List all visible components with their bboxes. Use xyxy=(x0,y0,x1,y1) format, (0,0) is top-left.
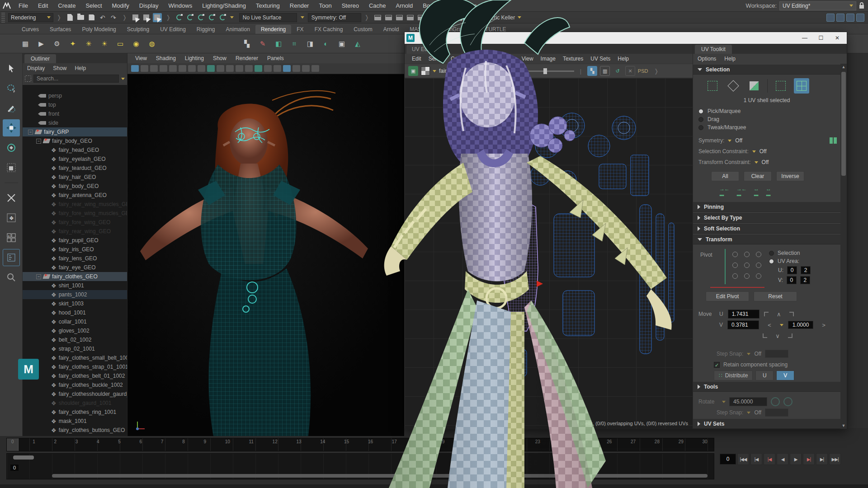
move-v-field[interactable]: 0.3781 xyxy=(727,320,759,329)
toolkit-scrollbar[interactable]: ▲ ▼ xyxy=(840,64,847,429)
viewport-toolbar-icon[interactable] xyxy=(226,65,234,72)
viewport-toolbar-icon[interactable] xyxy=(179,65,186,72)
outliner-row[interactable]: fairy_antenna_GEO xyxy=(23,191,127,200)
point-light-icon[interactable]: ✳ xyxy=(81,37,96,51)
outliner-row[interactable]: collar_1001 xyxy=(23,317,127,326)
move-u-field[interactable]: 1.7431 xyxy=(728,310,760,319)
menu-item[interactable]: Texturing xyxy=(251,0,285,12)
menu-item[interactable]: Windows xyxy=(163,0,197,12)
new-scene-button[interactable] xyxy=(66,13,75,22)
viewport-toolbar-icon[interactable] xyxy=(160,65,167,72)
collapsed-section-header[interactable]: Pinning xyxy=(693,202,840,212)
viewport-toolbar-icon[interactable] xyxy=(131,65,139,72)
section-divider[interactable]: ❭ xyxy=(122,14,127,21)
outliner-row[interactable]: persp xyxy=(23,91,127,100)
menu-item[interactable]: Arnold xyxy=(391,0,418,12)
range-slider[interactable]: 0 xyxy=(6,453,714,479)
move-down-icon[interactable]: ∨ xyxy=(772,333,783,339)
move-tool-button[interactable] xyxy=(3,119,20,136)
outliner-row[interactable]: fairy_eyelash_GEO xyxy=(23,155,127,164)
uv-toolkit-menu-item[interactable]: Help xyxy=(724,56,736,62)
outliner-row[interactable]: fairy_clothes_ring_1001 xyxy=(23,408,127,417)
viewport-menu-item[interactable]: Lighting xyxy=(181,55,208,61)
go-to-end-button[interactable]: ▶▶| xyxy=(829,453,841,465)
uv-shell-button[interactable]: ❖ xyxy=(3,209,20,226)
collapsed-section-header[interactable]: Soft Selection xyxy=(693,224,840,234)
viewport-toolbar-icon[interactable] xyxy=(311,65,319,72)
open-scene-button[interactable] xyxy=(76,13,85,22)
shelf-tab[interactable]: Rigging xyxy=(191,25,221,34)
snap-to-projected-center-button[interactable] xyxy=(208,13,217,22)
maximize-button[interactable]: ☐ xyxy=(813,33,829,43)
viewport-toolbar-icon[interactable] xyxy=(188,65,196,72)
viewport-menu-item[interactable]: Panels xyxy=(263,55,288,61)
render-sequence-button[interactable] xyxy=(406,13,415,22)
uv-editor-menu-item[interactable]: Select xyxy=(425,56,447,62)
time-slider[interactable]: 0123456789101112131415161718192021222324… xyxy=(6,438,714,451)
chevron-down-icon[interactable] xyxy=(747,353,750,355)
image-ratio-icon[interactable]: ▰ xyxy=(512,66,522,76)
window-title-bar[interactable]: M — ☐ ✕ xyxy=(405,32,847,44)
step-snap-value[interactable]: Off xyxy=(754,351,761,357)
account-button[interactable] xyxy=(481,13,490,22)
outliner-menu-item[interactable]: Display xyxy=(27,65,45,71)
outliner-row[interactable]: fairy_iris_GEO xyxy=(23,245,127,254)
snap-to-point-button[interactable] xyxy=(197,13,206,22)
expander-icon[interactable]: − xyxy=(28,130,33,135)
expander-icon[interactable]: − xyxy=(36,139,41,144)
uv-sets-section-header[interactable]: UV Sets xyxy=(693,419,840,429)
add-divisions-button[interactable]: + xyxy=(3,229,20,246)
chevron-down-icon[interactable] xyxy=(780,324,783,326)
outliner-row[interactable]: −fairy_clothes_GEO xyxy=(23,272,127,281)
snap-to-grid-button[interactable] xyxy=(175,13,184,22)
render-settings-button[interactable] xyxy=(395,13,404,22)
outliner-row[interactable]: belt_02_1002 xyxy=(23,335,127,344)
bake-icon[interactable]: ▣ xyxy=(335,37,349,51)
redo-button[interactable]: ↷ xyxy=(109,13,118,22)
pivot-radio[interactable] xyxy=(732,263,738,268)
minimize-button[interactable]: — xyxy=(797,33,812,43)
image-dim-slider[interactable] xyxy=(524,70,574,72)
shelf-tab[interactable]: UV Editing xyxy=(155,25,191,34)
section-divider[interactable]: ❭ xyxy=(57,14,61,21)
volume-light-icon[interactable]: ◍ xyxy=(145,37,159,51)
toon-outline-icon[interactable]: ◭ xyxy=(350,37,365,51)
workspace-lock-icon[interactable] xyxy=(859,2,864,9)
outliner-row[interactable]: fairy_rear_wing_GEO xyxy=(23,227,127,236)
distribute-u-button[interactable]: U xyxy=(755,371,774,380)
selection-mode-radio[interactable]: Pick/Marquee xyxy=(693,107,840,115)
area-light-icon[interactable]: ▭ xyxy=(113,37,127,51)
menu-item[interactable]: Stereo xyxy=(337,0,364,12)
env-sphere-icon[interactable]: ◐ xyxy=(319,37,333,51)
outliner-row[interactable]: −fairy_GRP xyxy=(23,127,127,136)
move-right-icon[interactable]: > xyxy=(818,322,830,328)
step-back-key-button[interactable]: |◀ xyxy=(764,453,775,465)
directional-light-icon[interactable]: ☀ xyxy=(97,37,112,51)
shrink-selection-icon[interactable]: →←▪▪▪ xyxy=(719,186,729,198)
image-display-icon[interactable]: ▣ xyxy=(408,66,418,76)
shading-ball-gray-icon[interactable] xyxy=(224,37,238,51)
move-up-right-icon[interactable] xyxy=(789,312,794,316)
live-surface-field[interactable]: No Live Surface xyxy=(239,13,297,22)
launch-render-view-button[interactable] xyxy=(417,13,426,22)
pivot-uv-area-radio[interactable] xyxy=(769,259,774,264)
transform-section-header[interactable]: Transform xyxy=(693,235,840,244)
shading-ball-dark-icon[interactable] xyxy=(176,37,191,51)
uv-editor-menu-item[interactable]: Help xyxy=(614,56,632,62)
uv-editor-menu-item[interactable]: Cut/Sew xyxy=(447,56,475,62)
chevron-down-icon[interactable] xyxy=(518,16,521,19)
move-up-left-icon[interactable] xyxy=(764,312,769,316)
move-left-icon[interactable]: < xyxy=(764,322,775,328)
section-divider[interactable]: ❭ xyxy=(472,14,476,21)
select-component-button[interactable] xyxy=(153,13,162,22)
shading-ball-black-icon[interactable] xyxy=(192,37,207,51)
rotate-value-field[interactable]: 45.0000 xyxy=(729,397,767,406)
viewport-canvas[interactable] xyxy=(127,74,404,436)
menu-item[interactable]: Lighting/Shading xyxy=(197,0,251,12)
psd-export-icon[interactable]: PSD xyxy=(638,66,648,76)
lasso-tool-button[interactable] xyxy=(3,80,20,97)
chevron-down-icon[interactable] xyxy=(722,401,726,403)
perspective-viewport[interactable]: ViewShadingLightingShowRendererPanels xyxy=(127,53,404,436)
play-backwards-button[interactable]: ◀ xyxy=(777,453,788,465)
chevron-down-icon[interactable] xyxy=(230,16,234,19)
